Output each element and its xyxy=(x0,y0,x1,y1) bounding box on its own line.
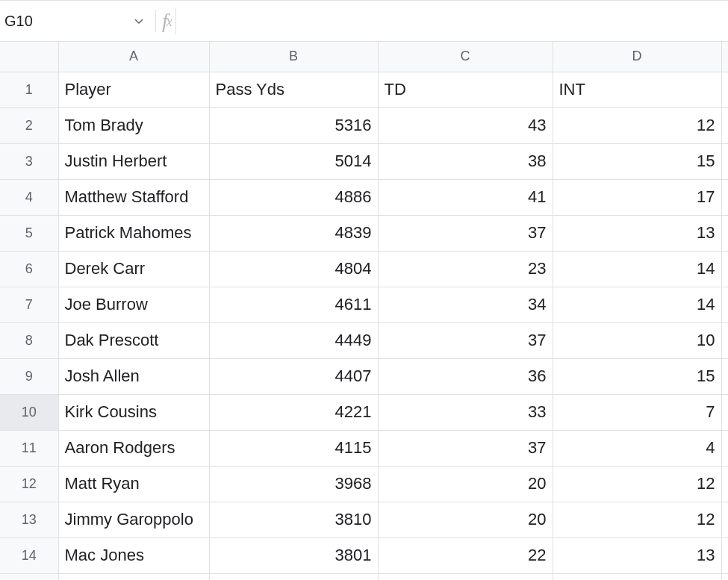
cell-E4[interactable] xyxy=(721,179,728,215)
column-header-D[interactable]: D xyxy=(553,42,721,72)
cell-D4[interactable]: 17 xyxy=(553,179,721,215)
cell-E7[interactable] xyxy=(721,287,728,322)
cell-D13[interactable]: 12 xyxy=(553,502,721,537)
cell-B7[interactable]: 4611 xyxy=(209,287,378,322)
cell-C5[interactable]: 37 xyxy=(378,215,553,251)
cell-A2[interactable]: Tom Brady xyxy=(58,107,209,143)
cell-E11[interactable] xyxy=(721,430,728,466)
chevron-down-icon[interactable] xyxy=(128,15,149,27)
cell-A3[interactable]: Justin Herbert xyxy=(58,143,209,179)
cell-C10[interactable]: 33 xyxy=(378,394,553,430)
column-header-E[interactable] xyxy=(721,42,728,72)
cell-C4[interactable]: 41 xyxy=(378,179,553,215)
cell-A5[interactable]: Patrick Mahomes xyxy=(58,215,209,251)
row-header-10[interactable]: 10 xyxy=(0,394,58,430)
cell-E6[interactable] xyxy=(721,251,728,287)
cell-C3[interactable]: 38 xyxy=(378,143,553,179)
cell-A9[interactable]: Josh Allen xyxy=(58,358,209,394)
cell-A4[interactable]: Matthew Stafford xyxy=(58,179,209,215)
cell-B14[interactable]: 3801 xyxy=(209,537,378,573)
cell-C1[interactable]: TD xyxy=(378,72,553,107)
cell-C7[interactable]: 34 xyxy=(378,287,553,322)
cell-A11[interactable]: Aaron Rodgers xyxy=(58,430,209,466)
cell-E14[interactable] xyxy=(721,537,728,573)
cell-E15[interactable] xyxy=(721,573,728,580)
cell-D11[interactable]: 4 xyxy=(553,430,721,466)
cell-D10[interactable]: 7 xyxy=(553,394,721,430)
cell-B11[interactable]: 4115 xyxy=(209,430,378,466)
cell-D14[interactable]: 13 xyxy=(553,537,721,573)
cell-A7[interactable]: Joe Burrow xyxy=(58,287,209,322)
cell-A14[interactable]: Mac Jones xyxy=(58,537,209,573)
cell-B12[interactable]: 3968 xyxy=(209,466,378,502)
cell-D8[interactable]: 10 xyxy=(553,322,721,358)
row-header-11[interactable]: 11 xyxy=(0,430,58,466)
cell-B13[interactable]: 3810 xyxy=(209,502,378,537)
cell-D15[interactable]: 10 xyxy=(553,573,721,580)
cell-D9[interactable]: 15 xyxy=(553,358,721,394)
cell-E1[interactable] xyxy=(721,72,728,107)
cell-E10[interactable] xyxy=(721,394,728,430)
row-header-7[interactable]: 7 xyxy=(0,287,58,322)
cell-C13[interactable]: 20 xyxy=(378,502,553,537)
cell-B6[interactable]: 4804 xyxy=(209,251,378,287)
row-header-5[interactable]: 5 xyxy=(0,215,58,251)
cell-A1[interactable]: Player xyxy=(58,72,209,107)
cell-D12[interactable]: 12 xyxy=(553,466,721,502)
spreadsheet-grid[interactable]: A B C D 1 Player Pass Yds TD INT 2 Tom B… xyxy=(0,42,728,580)
cell-D6[interactable]: 14 xyxy=(553,251,721,287)
row-header-13[interactable]: 13 xyxy=(0,502,58,537)
cell-E9[interactable] xyxy=(721,358,728,394)
row-header-4[interactable]: 4 xyxy=(0,179,58,215)
cell-A15[interactable]: Kyler Murray xyxy=(58,573,209,580)
cell-E5[interactable] xyxy=(721,215,728,251)
row-header-9[interactable]: 9 xyxy=(0,358,58,394)
cell-A10[interactable]: Kirk Cousins xyxy=(58,394,209,430)
cell-D1[interactable]: INT xyxy=(553,72,721,107)
cell-D5[interactable]: 13 xyxy=(553,215,721,251)
cell-D3[interactable]: 15 xyxy=(553,143,721,179)
select-all-corner[interactable] xyxy=(0,42,58,72)
cell-C2[interactable]: 43 xyxy=(378,107,553,143)
row-header-3[interactable]: 3 xyxy=(0,143,58,179)
row-header-14[interactable]: 14 xyxy=(0,537,58,573)
cell-C6[interactable]: 23 xyxy=(378,251,553,287)
row-header-15[interactable]: 15 xyxy=(0,573,58,580)
column-header-B[interactable]: B xyxy=(209,42,378,72)
cell-A8[interactable]: Dak Prescott xyxy=(58,322,209,358)
cell-A6[interactable]: Derek Carr xyxy=(58,251,209,287)
cell-A13[interactable]: Jimmy Garoppolo xyxy=(58,502,209,537)
cell-E2[interactable] xyxy=(721,107,728,143)
cell-B8[interactable]: 4449 xyxy=(209,322,378,358)
cell-B9[interactable]: 4407 xyxy=(209,358,378,394)
row-header-2[interactable]: 2 xyxy=(0,107,58,143)
cell-E12[interactable] xyxy=(721,466,728,502)
name-box[interactable]: G10 xyxy=(0,1,149,41)
row-header-8[interactable]: 8 xyxy=(0,322,58,358)
cell-B2[interactable]: 5316 xyxy=(209,107,378,143)
row-header-12[interactable]: 12 xyxy=(0,466,58,502)
column-header-C[interactable]: C xyxy=(378,42,553,72)
row-header-1[interactable]: 1 xyxy=(0,72,58,107)
cell-E8[interactable] xyxy=(721,322,728,358)
cell-B10[interactable]: 4221 xyxy=(209,394,378,430)
cell-B3[interactable]: 5014 xyxy=(209,143,378,179)
cell-E13[interactable] xyxy=(721,502,728,537)
cell-B5[interactable]: 4839 xyxy=(209,215,378,251)
row-header-6[interactable]: 6 xyxy=(0,251,58,287)
cell-C14[interactable]: 22 xyxy=(378,537,553,573)
cell-C11[interactable]: 37 xyxy=(378,430,553,466)
cell-C9[interactable]: 36 xyxy=(378,358,553,394)
cell-D2[interactable]: 12 xyxy=(553,107,721,143)
cell-A12[interactable]: Matt Ryan xyxy=(58,466,209,502)
formula-input[interactable] xyxy=(176,1,728,41)
cell-E3[interactable] xyxy=(721,143,728,179)
cell-B4[interactable]: 4886 xyxy=(209,179,378,215)
cell-C12[interactable]: 20 xyxy=(378,466,553,502)
cell-D7[interactable]: 14 xyxy=(553,287,721,322)
cell-B1[interactable]: Pass Yds xyxy=(209,72,378,107)
cell-B15[interactable]: 3787 xyxy=(209,573,378,580)
cell-C15[interactable]: 24 xyxy=(378,573,553,580)
cell-C8[interactable]: 37 xyxy=(378,322,553,358)
column-header-A[interactable]: A xyxy=(58,42,209,72)
